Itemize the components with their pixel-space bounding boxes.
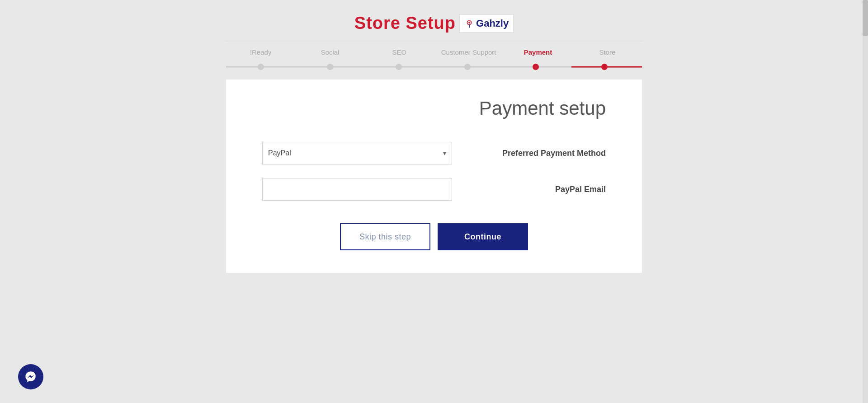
steps-section: !Ready Social SEO Customer Support Payme… bbox=[226, 40, 642, 70]
steps-labels-row: !Ready Social SEO Customer Support Payme… bbox=[226, 40, 642, 63]
step-ready-label: !Ready bbox=[250, 48, 272, 56]
step-store-label: Store bbox=[599, 48, 615, 56]
dot-payment bbox=[533, 64, 539, 70]
header: Store Setup Gahzly bbox=[226, 5, 642, 40]
step-social-label: Social bbox=[321, 48, 340, 56]
page-title: Store Setup bbox=[354, 14, 456, 33]
step-payment-label: Payment bbox=[524, 48, 552, 56]
payment-setup-title: Payment setup bbox=[262, 98, 606, 119]
paypal-email-row: PayPal Email bbox=[262, 178, 606, 201]
dropdown-arrow-icon: ▾ bbox=[443, 150, 446, 157]
step-customer-support: Customer Support bbox=[434, 48, 503, 60]
dot-social bbox=[327, 64, 333, 70]
skip-button[interactable]: Skip this step bbox=[340, 223, 430, 250]
step-seo: SEO bbox=[365, 48, 434, 60]
messenger-icon bbox=[24, 370, 37, 383]
payment-method-label: Preferred Payment Method bbox=[502, 149, 606, 158]
messenger-button[interactable] bbox=[18, 364, 43, 389]
content-card: Payment setup Preferred Payment Method ▾… bbox=[226, 80, 642, 273]
payment-method-dropdown[interactable]: ▾ PayPal bbox=[262, 142, 452, 164]
dropdown-selected-value: PayPal bbox=[268, 149, 291, 157]
step-social: Social bbox=[295, 48, 364, 60]
step-payment: Payment bbox=[503, 48, 572, 60]
step-customer-support-label: Customer Support bbox=[441, 48, 496, 56]
buttons-row: Skip this step Continue bbox=[262, 223, 606, 250]
gahzly-logo-icon bbox=[464, 19, 474, 28]
paypal-email-label: PayPal Email bbox=[515, 185, 606, 194]
scrollbar-track[interactable] bbox=[863, 0, 868, 403]
page-wrapper: Store Setup Gahzly !Ready Social bbox=[0, 0, 868, 403]
dot-ready bbox=[258, 64, 264, 70]
payment-method-row: Preferred Payment Method ▾ PayPal bbox=[262, 142, 606, 164]
step-ready: !Ready bbox=[226, 48, 295, 60]
scrollbar-thumb[interactable] bbox=[863, 0, 868, 36]
dot-store bbox=[601, 64, 608, 70]
logo-box: Gahzly bbox=[459, 14, 514, 33]
svg-point-2 bbox=[468, 22, 470, 23]
progress-bar-row bbox=[226, 63, 642, 70]
logo-text: Gahzly bbox=[476, 18, 509, 29]
step-seo-label: SEO bbox=[392, 48, 406, 56]
continue-button[interactable]: Continue bbox=[438, 223, 528, 250]
dot-seo bbox=[396, 64, 402, 70]
dot-customer-support bbox=[464, 64, 471, 70]
paypal-email-input[interactable] bbox=[262, 178, 452, 201]
step-store: Store bbox=[573, 48, 642, 60]
main-container: Store Setup Gahzly !Ready Social bbox=[226, 0, 642, 300]
